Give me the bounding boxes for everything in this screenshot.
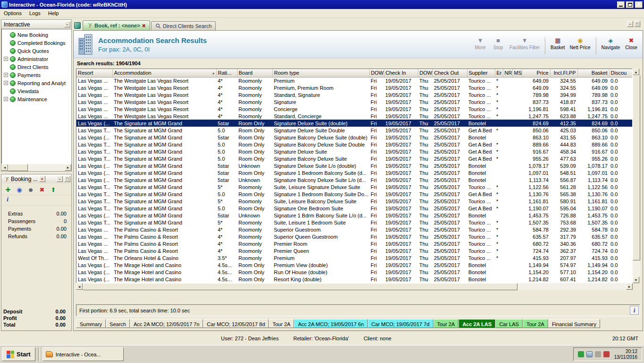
booking-close-button[interactable]: × — [39, 176, 45, 182]
table-row[interactable]: West Of Th...The Orleans Hotel & Casino3… — [76, 254, 633, 261]
bottom-tab-tour-2a[interactable]: Tour 2A — [433, 319, 459, 328]
table-row[interactable]: Las Vegas T...The Signature at MGM Grand… — [76, 205, 633, 212]
scrollbar-track[interactable] — [83, 283, 626, 290]
column-header-basket[interactable]: Basket — [577, 69, 609, 77]
facilities-filter-button[interactable]: ▼Facilities Filter — [509, 37, 540, 50]
scroll-down-button[interactable]: ▼ — [633, 277, 639, 283]
table-row[interactable]: Las Vegas T...The Signature at MGM Grand… — [76, 219, 633, 226]
tray-display-icon[interactable] — [586, 351, 593, 357]
table-row[interactable]: Las Vegas (...The Signature at MGM Grand… — [76, 212, 633, 219]
table-row[interactable]: Las Vegas T...The Signature at MGM Grand… — [76, 141, 633, 148]
sidebar-item-viewdata[interactable]: Viewdata — [2, 87, 71, 95]
scrollbar-track[interactable] — [8, 164, 65, 171]
nett-price-button[interactable]: ◉Nett Price — [570, 37, 591, 50]
table-row[interactable]: Las Vegas T...The Signature at MGM Grand… — [76, 155, 633, 162]
column-header-check-out[interactable]: Check Out — [432, 69, 467, 77]
delete-button[interactable]: ✖ — [37, 185, 47, 194]
menu-help[interactable]: Help — [44, 9, 63, 17]
close-button[interactable]: × — [635, 1, 643, 8]
tab-close-icon[interactable]: ✖ — [142, 23, 146, 28]
column-header-rati[interactable]: Rati... — [216, 69, 237, 77]
deposit-button[interactable]: ⬆ — [49, 185, 58, 194]
table-row[interactable]: Las Vegas ...The Westgate Las Vegas Reso… — [76, 84, 633, 91]
table-horizontal-scrollbar[interactable]: ◄ ► — [76, 283, 633, 290]
table-row[interactable]: Las Vegas T...The Signature at MGM Grand… — [76, 127, 633, 134]
sidebar-item-new-booking[interactable]: New Booking — [2, 31, 71, 39]
scroll-up-button[interactable]: ▲ — [633, 69, 639, 75]
table-vertical-scrollbar[interactable]: ▲ ▼ — [633, 69, 640, 283]
column-header-nr[interactable]: NR — [503, 69, 512, 77]
bottom-tab-car-las[interactable]: Car LAS — [495, 319, 523, 328]
tab-book-ref[interactable]: Book, ref : <none> ✖ — [83, 20, 150, 30]
sidebar-item-reporting-and-analyt[interactable]: +Reporting and Analyt — [2, 79, 71, 87]
basket-button[interactable]: ▦Basket — [551, 37, 565, 50]
column-header-discou[interactable]: Discou — [609, 69, 633, 77]
column-header-board[interactable]: Board — [237, 69, 272, 77]
sidebar-item-direct-clients[interactable]: Direct Clients — [2, 63, 71, 71]
scroll-right-button[interactable]: ► — [65, 164, 71, 171]
menu-logs[interactable]: Logs — [25, 9, 44, 17]
table-row[interactable]: Las Vegas (...The Signature at MGM Grand… — [76, 176, 633, 183]
more-button[interactable]: ▼More — [474, 37, 487, 50]
navigate-button[interactable]: ◈Navigate — [602, 37, 620, 50]
table-row[interactable]: Las Vegas T...The Signature at MGM Grand… — [76, 183, 633, 190]
scrollbar-track[interactable] — [633, 75, 640, 277]
table-row[interactable]: Las Vegas (...The Signature at MGM Grand… — [76, 134, 633, 141]
table-row[interactable]: Las Vegas T...The Signature at MGM Grand… — [76, 198, 633, 205]
bottom-tab-car-mco-19-05-2017-7d[interactable]: Car MCO; 19/05/2017 7d — [368, 319, 433, 328]
column-header-dow[interactable]: DOW — [418, 69, 432, 77]
stop-button[interactable]: ■Stop — [491, 37, 505, 50]
column-header-ms[interactable]: MS — [512, 69, 522, 77]
sidebar-item-administrator[interactable]: +Administrator — [2, 55, 71, 63]
tray-network-icon[interactable] — [603, 351, 610, 357]
table-row[interactable]: Las Vegas (...The Mirage Hotel and Casin… — [76, 276, 633, 283]
start-button[interactable]: Start — [2, 347, 35, 361]
mdi-restore-button[interactable]: □ — [634, 21, 640, 27]
sidebar-item-payments[interactable]: +Payments — [2, 71, 71, 79]
bottom-tab-search[interactable]: Search — [106, 319, 130, 328]
table-row[interactable]: Las Vegas ...The Westgate Las Vegas Reso… — [76, 112, 633, 120]
booking-minimize-button[interactable]: − — [57, 176, 63, 182]
table-row[interactable]: Las Vegas ...The Westgate Las Vegas Reso… — [76, 91, 633, 98]
table-row[interactable]: Las Vegas (...The Signature at MGM Grand… — [76, 162, 633, 169]
world-button[interactable]: ◉ — [15, 185, 24, 194]
mdi-minimize-button[interactable]: − — [627, 21, 633, 27]
scroll-right-button[interactable]: ► — [626, 283, 633, 290]
bottom-tab-tour-2a[interactable]: Tour 2A — [269, 319, 294, 328]
bottom-tab-acc-2a-las[interactable]: Acc 2A LAS — [458, 319, 495, 328]
scrollbar-thumb[interactable] — [83, 283, 517, 290]
expand-icon[interactable]: + — [4, 81, 8, 85]
column-header-supplier[interactable]: Supplier — [467, 69, 495, 77]
bottom-tab-summary[interactable]: Summary — [76, 319, 106, 328]
column-header-price[interactable]: Price — [522, 69, 550, 77]
booking-restore-button[interactable]: □ — [64, 176, 70, 182]
expand-icon[interactable]: + — [4, 57, 8, 61]
menu-options[interactable]: Options — [0, 9, 25, 17]
column-header-resort[interactable]: Resort — [76, 69, 112, 77]
scroll-left-button[interactable]: ◄ — [76, 283, 83, 290]
tab-direct-clients-search[interactable]: Direct Clients Search — [151, 21, 216, 30]
table-row[interactable]: Las Vegas ...The Palms Casino & Resort4*… — [76, 226, 633, 233]
bottom-tab-car-mco-12-05-2017-8d[interactable]: Car MCO; 12/05/2017 8d — [203, 319, 269, 328]
table-row[interactable]: Las Vegas T...The Signature at MGM Grand… — [76, 148, 633, 155]
tray-app-icon[interactable] — [578, 351, 584, 357]
expand-icon[interactable]: + — [4, 97, 8, 101]
add-button[interactable]: ✚ — [3, 185, 13, 194]
sidebar-item-completed-bookings[interactable]: Completed Bookings — [2, 39, 71, 47]
column-header-er[interactable]: Er — [495, 69, 503, 77]
booking-info-button[interactable]: i — [4, 196, 11, 203]
sidebar-item-quick-quotes[interactable]: Quick Quotes — [2, 47, 71, 55]
info-button[interactable]: i — [630, 306, 639, 315]
bottom-tab-acc-2a-mco-12-05-2017-7n[interactable]: Acc 2A MCO; 12/05/2017 7n — [130, 319, 203, 328]
scroll-left-button[interactable]: ◄ — [1, 164, 8, 171]
table-row[interactable]: Las Vegas ...The Palms Casino & Resort4*… — [76, 247, 633, 254]
column-header-accommodation[interactable]: Accommodation▲ — [112, 69, 216, 77]
sidebar-horizontal-scrollbar[interactable]: ◄ ► — [1, 164, 71, 171]
scrollbar-thumb[interactable] — [8, 164, 28, 171]
column-header-check-in[interactable]: Check In — [384, 69, 418, 77]
panel-collapse-button[interactable]: − — [64, 21, 70, 27]
bottom-tab-financial-summary[interactable]: Financial Summary — [548, 319, 600, 328]
table-row[interactable]: Las Vegas (...The Mirage Hotel and Casin… — [76, 268, 633, 276]
table-row[interactable]: Las Vegas ...The Westgate Las Vegas Reso… — [76, 105, 633, 112]
column-header-dow[interactable]: DOW — [369, 69, 384, 77]
